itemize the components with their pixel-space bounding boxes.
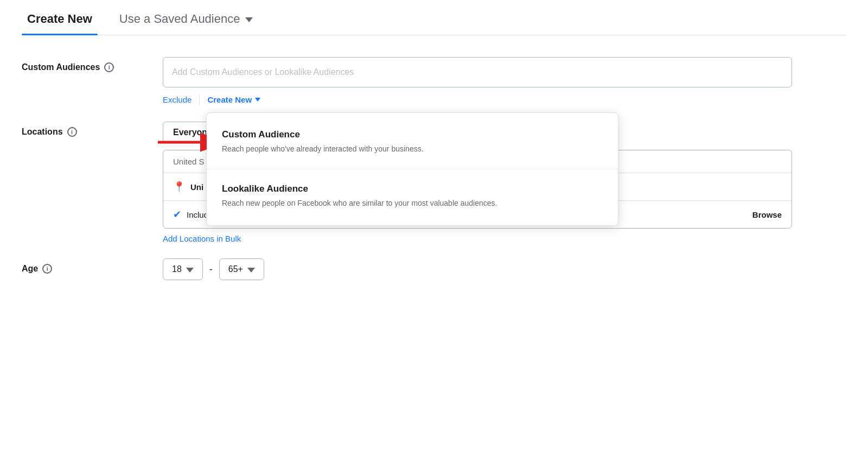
exclude-button[interactable]: Exclude — [163, 93, 192, 106]
custom-audiences-content: Exclude Create New — [163, 57, 846, 106]
include-pin-icon: ✔ — [173, 208, 181, 220]
lookalike-audience-title: Lookalike Audience — [222, 184, 603, 194]
age-dash: - — [209, 264, 213, 275]
custom-audiences-input[interactable] — [163, 57, 792, 87]
saved-audience-dropdown-icon — [245, 17, 253, 22]
custom-audiences-label: Custom Audiences i — [22, 57, 163, 72]
location-include-left: ✔ Includ — [173, 208, 208, 220]
locations-label: Locations i — [22, 122, 163, 137]
age-content: 18 - 65+ — [163, 258, 846, 280]
dropdown-lookalike-audience[interactable]: Lookalike Audience Reach new people on F… — [207, 172, 618, 221]
lookalike-audience-desc: Reach new people on Facebook who are sim… — [222, 198, 603, 209]
custom-audiences-row: Custom Audiences i Exclude Create New — [22, 57, 846, 106]
custom-audience-title: Custom Audience — [222, 129, 603, 140]
links-divider — [199, 95, 200, 105]
locations-info-icon[interactable]: i — [67, 127, 77, 137]
red-arrow-icon — [158, 131, 207, 153]
custom-audience-desc: Reach people who've already interacted w… — [222, 143, 603, 155]
location-pin-icon: 📍 — [173, 181, 185, 193]
age-max-dropdown-icon — [247, 268, 255, 273]
age-info-icon[interactable]: i — [42, 264, 52, 274]
age-min-dropdown-icon — [186, 268, 194, 273]
browse-button[interactable]: Browse — [752, 210, 782, 219]
create-new-dropdown-icon — [255, 98, 260, 102]
location-left: 📍 Uni — [173, 181, 203, 193]
create-new-dropdown-menu: Custom Audience Reach people who've alre… — [206, 112, 618, 226]
tab-use-saved[interactable]: Use a Saved Audience — [114, 0, 259, 35]
audience-tabs: Create New Use a Saved Audience — [22, 0, 846, 35]
add-locations-bulk-link[interactable]: Add Locations in Bulk — [163, 234, 241, 243]
age-max-select[interactable]: 65+ — [219, 258, 264, 280]
age-min-select[interactable]: 18 — [163, 258, 203, 280]
age-row: Age i 18 - 65+ — [22, 258, 846, 280]
dropdown-separator — [207, 169, 618, 169]
audience-links-row: Exclude Create New — [163, 93, 846, 106]
custom-audiences-info-icon[interactable]: i — [104, 62, 114, 72]
age-label: Age i — [22, 258, 163, 274]
create-new-button[interactable]: Create New — [207, 93, 260, 106]
dropdown-custom-audience[interactable]: Custom Audience Reach people who've alre… — [207, 117, 618, 167]
tab-create-new[interactable]: Create New — [22, 0, 98, 35]
